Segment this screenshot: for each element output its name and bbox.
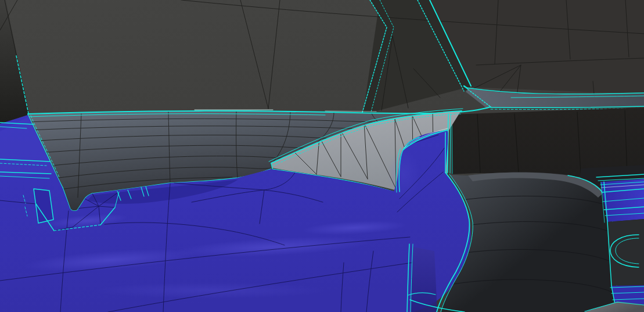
rocker-dark-panel[interactable] [607,219,644,286]
viewport-canvas[interactable] [0,0,644,312]
3d-viewport[interactable] [0,0,644,312]
